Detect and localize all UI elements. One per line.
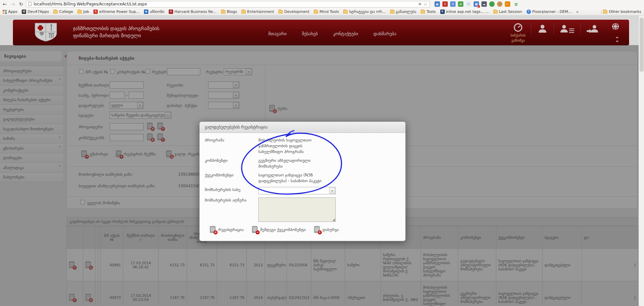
- bookmarks-overflow-icon[interactable]: »: [576, 9, 578, 14]
- col-partial[interactable]: და: [582, 226, 638, 249]
- col-status[interactable]: სტატუსი: [542, 226, 582, 249]
- bookmark-item[interactable]: ✺ამბიონი: [144, 9, 164, 14]
- search-button[interactable]: ძებნა: [269, 105, 288, 112]
- table-row[interactable]: + 40981 17.03.2014 06:16:42 6151.73 6151…: [67, 249, 638, 281]
- collapse-header-icon[interactable]: ⌃⌃: [615, 37, 620, 45]
- user-list-button[interactable]: [554, 23, 581, 35]
- browser-menu-icon[interactable]: ≡: [514, 2, 518, 7]
- cloud-icon[interactable]: ☁: [481, 1, 487, 7]
- move-icon[interactable]: ✥: [418, 2, 421, 6]
- browser-scrollbar[interactable]: [639, 16, 644, 306]
- bookmark-star-icon[interactable]: ☆: [423, 2, 427, 7]
- sidebar-item-treasury[interactable]: ხაზინა»: [0, 134, 63, 144]
- bookmark-item[interactable]: Tools: [421, 9, 436, 14]
- period-to-input[interactable]: [129, 92, 144, 99]
- bookmark-item[interactable]: College: [53, 9, 73, 14]
- row-view-button[interactable]: [85, 294, 93, 301]
- bookmark-item[interactable]: FFloorplanner - DEM...: [527, 9, 572, 14]
- globe-icon[interactable]: [611, 22, 620, 31]
- speed-test-button[interactable]: სიჩქარისგაზომვა: [505, 23, 531, 43]
- bookmark-item[interactable]: Last Session: [493, 9, 522, 14]
- user-button[interactable]: [531, 23, 554, 35]
- nav-about[interactable]: შესახებ: [294, 28, 325, 39]
- col-created[interactable]: შექმნის თარიღი ▽: [123, 226, 159, 249]
- registry-select[interactable]: რეესტრში∨: [224, 68, 252, 75]
- create-registry-button[interactable]: + რეესტრის შექმნა: [116, 150, 156, 157]
- t-extension-icon[interactable]: t: [442, 1, 448, 7]
- resize-arrows-icon[interactable]: ⇄: [458, 1, 463, 7]
- municipality-select[interactable]: ∨: [208, 92, 239, 99]
- sidebar-item-payment-requests[interactable]: საგადასახდო მოთხოვნები: [0, 124, 63, 134]
- col-component[interactable]: კომპონენტი: [458, 226, 496, 249]
- pin-icon[interactable]: [489, 1, 495, 7]
- bookmark-item[interactable]: Ninline asp.net tags... ...: [440, 9, 489, 14]
- windows-extension-icon[interactable]: ▦: [435, 1, 440, 7]
- act-number-checkbox[interactable]: [79, 69, 84, 74]
- sidebar-item-providers[interactable]: პროვაიდერები: [0, 66, 63, 76]
- sidebar-item-analytics[interactable]: ანალიტიკა»: [0, 163, 63, 173]
- col-subcomponent[interactable]: ქვეკომპონენტი: [496, 226, 542, 249]
- sidebar-item-contracts[interactable]: კონტრაქტები: [0, 85, 63, 95]
- service-type-select[interactable]: ∨: [258, 187, 336, 194]
- bookmark-apps[interactable]: Apps: [3, 9, 17, 14]
- export-button[interactable]: ➔ ექსპორტი: [81, 150, 108, 157]
- contract-number-checkbox[interactable]: [110, 69, 115, 74]
- nav-help[interactable]: დახმარება: [366, 28, 404, 39]
- bookmark-item[interactable]: Development: [278, 9, 309, 14]
- bookmark-item[interactable]: WDev47Apps: [22, 9, 49, 14]
- scrollbar-thumb[interactable]: [640, 18, 644, 72]
- other-bookmarks[interactable]: Other bookmarks: [601, 9, 641, 14]
- cookie-icon[interactable]: •: [497, 1, 502, 7]
- provider-clear-button[interactable]: ✎: [157, 122, 163, 130]
- created-date-input[interactable]: [110, 81, 144, 89]
- row-view-button[interactable]: [85, 261, 93, 268]
- bookmark-item[interactable]: Job: [77, 9, 89, 14]
- sidebar-item-templates[interactable]: შაბლონები: [0, 173, 63, 183]
- back-icon[interactable]: ←: [1, 1, 8, 7]
- sidebar-item-acceptance-acts[interactable]: მიღება-ჩაბარების აქტები: [0, 95, 63, 105]
- register-button[interactable]: ⊘ რეგისტრაცია: [210, 226, 244, 233]
- sidebar-item-registries[interactable]: რეესტრები: [0, 105, 63, 115]
- bookmark-item[interactable]: XeXtreme Power Sup...: [93, 9, 140, 14]
- select-all-checkbox[interactable]: [80, 200, 85, 204]
- bookmark-item[interactable]: Entertainment: [241, 9, 274, 14]
- close-button[interactable]: × დახურვა: [314, 226, 339, 233]
- bookmark-item[interactable]: Mind Tools: [314, 9, 339, 14]
- crane-icon[interactable]: ⊢: [505, 1, 510, 7]
- reload-icon[interactable]: ↻: [18, 1, 24, 7]
- calendar-icon[interactable]: x▦: [474, 1, 479, 7]
- component-clear-button[interactable]: ✎: [157, 133, 163, 140]
- registry-number-checkbox[interactable]: [146, 69, 150, 74]
- service-description-textarea[interactable]: [258, 197, 336, 222]
- row-add-button[interactable]: +: [69, 294, 81, 301]
- registry-number-input[interactable]: [167, 68, 200, 75]
- forward-icon[interactable]: →: [10, 1, 16, 7]
- bookmark-item[interactable]: სტრატეგია და ორ...: [343, 9, 385, 14]
- region-select[interactable]: ∨: [208, 81, 239, 89]
- bookmark-item[interactable]: HHarvard Business Re...: [169, 9, 217, 14]
- sidebar-item-limits[interactable]: ლიმიტები: [0, 153, 63, 163]
- nav-contacts[interactable]: კონტაქტები: [325, 28, 366, 39]
- col-act-number[interactable]: მ/ჩ აქტის №: [101, 226, 123, 249]
- next-subcomponent-button[interactable]: ➔ შემდეგი ქვეკომპონენტი: [252, 226, 306, 233]
- sidebar-item-obligations[interactable]: ვალდებულებები: [0, 115, 63, 125]
- translate-icon[interactable]: A: [450, 1, 456, 7]
- nav-home[interactable]: მთავარი: [261, 28, 294, 39]
- component-select-button[interactable]: ⊘: [147, 133, 153, 140]
- row-add-button[interactable]: +: [69, 261, 81, 268]
- settlement-select[interactable]: ∨: [208, 102, 239, 109]
- sidebar-item-state-programs[interactable]: სახელმწიფო პროგრამები»: [0, 76, 63, 86]
- provider-input[interactable]: [110, 123, 144, 130]
- url-text[interactable]: localhost/Hmis.Billing.Web/Pages/Accepta…: [34, 2, 416, 6]
- col-program[interactable]: პროგრამა: [421, 226, 458, 249]
- address-bar[interactable]: localhost/Hmis.Billing.Web/Pages/Accepta…: [26, 1, 430, 7]
- component-input[interactable]: [110, 134, 144, 141]
- bookmark-item[interactable]: Blogs: [221, 9, 237, 14]
- col-requested[interactable]: მოთხოვნილი თანხა: [159, 226, 187, 249]
- period-from-input[interactable]: [110, 92, 125, 99]
- provider-select-button[interactable]: ⊘: [147, 122, 153, 130]
- table-row[interactable]: + 40973 17.03.2014 05:23:54 1167.76 1167…: [67, 281, 638, 306]
- logout-button[interactable]: [581, 23, 605, 35]
- sidebar-item-references[interactable]: ცნობარები»: [0, 144, 63, 153]
- hidden-select[interactable]: ყველა∨: [110, 102, 144, 109]
